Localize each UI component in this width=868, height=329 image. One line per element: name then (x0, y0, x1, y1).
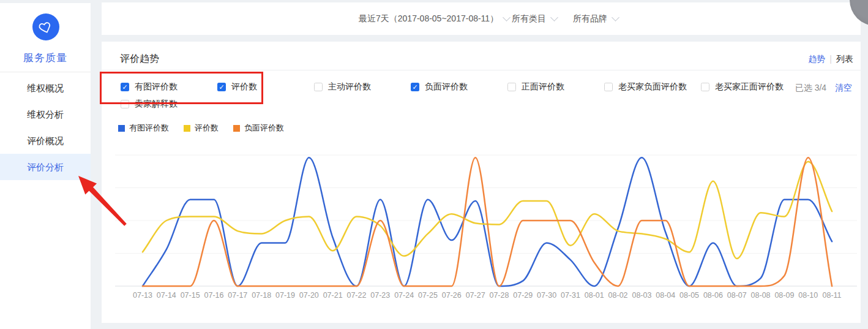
category-value: 所有类目 (512, 13, 546, 23)
legend-item[interactable]: 评价数 (184, 123, 219, 134)
metric-checkbox-item[interactable]: 主动评价数 (314, 80, 411, 94)
chevron-down-icon (503, 13, 511, 21)
metric-checkbox-item[interactable]: 老买家负面评价数 (604, 80, 701, 94)
x-tick-label: 07-20 (299, 291, 319, 300)
legend-label: 负面评价数 (244, 123, 284, 134)
checkbox-unchecked-icon[interactable] (507, 83, 516, 91)
metric-label: 老买家负面评价数 (618, 81, 687, 93)
sidebar-item-review-analysis[interactable]: 评价分析 (0, 154, 91, 180)
clear-selection-link[interactable]: 清空 (835, 83, 852, 93)
x-tick-label: 07-14 (157, 291, 176, 300)
sidebar-brand[interactable]: 服务质量 (0, 3, 91, 72)
x-tick-label: 07-23 (370, 291, 390, 300)
sidebar-item-weiquan-overview[interactable]: 维权概况 (0, 75, 91, 101)
selection-summary: 已选 3/4 清空 (795, 83, 852, 94)
metric-label: 有图评价数 (135, 81, 178, 93)
selected-count: 已选 3/4 (795, 83, 826, 93)
checkbox-unchecked-icon[interactable] (701, 83, 709, 91)
x-tick-label: 07-16 (204, 291, 223, 300)
metric-label: 老买家正面评价数 (715, 81, 784, 93)
metric-label: 负面评价数 (425, 81, 468, 93)
x-tick-label: 07-13 (133, 291, 152, 300)
legend-label: 有图评价数 (129, 123, 169, 134)
filter-bar: 最近7天（2017-08-05~2017-08-11） 所有类目 所有品牌 (102, 2, 861, 35)
metric-label: 正面评价数 (522, 81, 564, 93)
metrics-row-1: ✓有图评价数✓评价数主动评价数✓负面评价数正面评价数老买家负面评价数老买家正面评… (121, 80, 798, 94)
date-range-value: 最近7天（2017-08-05~2017-08-11） (359, 13, 498, 23)
date-range-select[interactable]: 最近7天（2017-08-05~2017-08-11） (359, 2, 509, 35)
trend-line-chart: 07-1307-1407-1507-1607-1707-1807-1907-20… (102, 140, 861, 317)
x-tick-label: 07-22 (346, 291, 366, 300)
trend-panel: 评价趋势 趋势|列表 ✓有图评价数✓评价数主动评价数✓负面评价数正面评价数老买家… (102, 42, 861, 323)
metric-checkbox-item[interactable]: ✓评价数 (217, 80, 314, 94)
view-switch-divider: | (829, 54, 832, 64)
view-trend-tab[interactable]: 趋势 (808, 54, 825, 64)
x-tick-label: 07-26 (442, 291, 462, 300)
metrics-row-2: 卖家解释数 (121, 97, 217, 111)
x-tick-label: 08-08 (751, 291, 771, 300)
metric-checkbox-item[interactable]: 正面评价数 (507, 80, 604, 94)
x-tick-label: 08-05 (679, 291, 699, 300)
chart-legend: 有图评价数评价数负面评价数 (118, 123, 299, 134)
x-tick-label: 07-17 (228, 291, 247, 300)
legend-swatch-icon (184, 125, 190, 132)
x-tick-label: 07-25 (418, 291, 438, 300)
sidebar-item-review-overview[interactable]: 评价概况 (0, 127, 91, 154)
app-title: 服务质量 (0, 51, 91, 65)
x-tick-label: 07-29 (513, 291, 533, 300)
legend-swatch-icon (118, 125, 125, 132)
legend-item[interactable]: 有图评价数 (118, 123, 169, 134)
checkbox-unchecked-icon[interactable] (314, 83, 323, 91)
x-tick-label: 08-03 (632, 291, 651, 300)
x-tick-label: 07-31 (561, 291, 580, 300)
chevron-down-icon (550, 13, 558, 21)
sidebar-item-weiquan-analysis[interactable]: 维权分析 (0, 101, 91, 127)
x-tick-label: 07-19 (275, 291, 295, 300)
heart-badge-icon (32, 13, 59, 40)
sidebar: 服务质量 维权概况 维权分析 评价概况 评价分析 (0, 3, 91, 329)
x-tick-label: 08-11 (823, 291, 842, 300)
panel-header-divider (102, 70, 861, 70)
category-select[interactable]: 所有类目 (512, 2, 557, 35)
metric-checkbox-item[interactable]: ✓负面评价数 (411, 80, 507, 94)
x-tick-label: 07-30 (537, 291, 556, 300)
metric-label: 卖家解释数 (135, 99, 178, 110)
checkbox-checked-icon[interactable]: ✓ (411, 83, 419, 91)
x-tick-label: 08-04 (656, 291, 675, 300)
checkbox-checked-icon[interactable]: ✓ (217, 83, 226, 91)
x-tick-label: 07-15 (181, 291, 200, 300)
legend-label: 评价数 (195, 123, 219, 134)
brand-select[interactable]: 所有品牌 (573, 2, 618, 35)
series-line (143, 157, 832, 286)
checkbox-unchecked-icon[interactable] (121, 100, 129, 108)
metric-label: 主动评价数 (328, 81, 371, 93)
x-tick-label: 07-24 (394, 291, 414, 300)
x-tick-label: 07-18 (252, 291, 271, 300)
metric-label: 评价数 (231, 81, 257, 93)
view-switch: 趋势|列表 (808, 54, 853, 65)
sidebar-divider (0, 72, 91, 72)
x-tick-label: 08-06 (703, 291, 723, 300)
chevron-down-icon (612, 13, 619, 21)
checkbox-checked-icon[interactable]: ✓ (121, 83, 129, 91)
x-tick-label: 08-01 (585, 291, 604, 300)
legend-item[interactable]: 负面评价数 (233, 123, 284, 134)
brand-value: 所有品牌 (573, 13, 607, 23)
checkbox-unchecked-icon[interactable] (604, 83, 613, 91)
legend-swatch-icon (233, 125, 240, 132)
x-tick-label: 07-27 (466, 291, 485, 300)
x-tick-label: 07-28 (489, 291, 509, 300)
sidebar-menu: 维权概况 维权分析 评价概况 评价分析 (0, 75, 91, 180)
metric-checkbox-item[interactable]: 卖家解释数 (121, 97, 217, 111)
x-tick-label: 08-09 (774, 291, 794, 300)
x-tick-label: 07-21 (323, 291, 343, 300)
metric-checkbox-item[interactable]: ✓有图评价数 (121, 80, 217, 94)
x-tick-label: 08-07 (727, 291, 747, 300)
x-tick-label: 08-02 (608, 291, 628, 300)
view-list-tab[interactable]: 列表 (836, 54, 853, 64)
x-tick-label: 08-10 (798, 291, 818, 300)
metric-checkbox-item[interactable]: 老买家正面评价数 (701, 80, 798, 94)
panel-title: 评价趋势 (120, 53, 159, 66)
